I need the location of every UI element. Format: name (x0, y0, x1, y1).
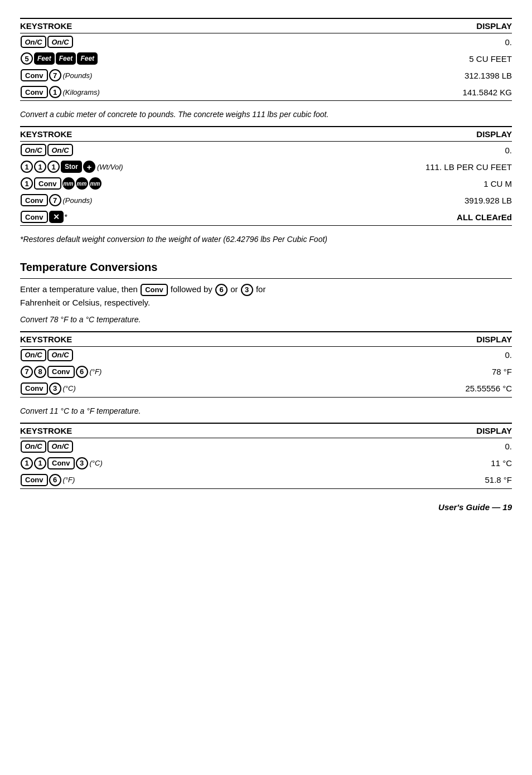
section-1: KEYSTROKE DISPLAY On/C On/C 0. 5 Feet Fe… (20, 18, 512, 120)
kd-rows-1: On/C On/C 0. 5 Feet Feet Feet 5 CU FEET (20, 33, 512, 101)
section-3: Temperature Conversions Enter a temperat… (20, 261, 512, 489)
display-label-4: DISPLAY (400, 426, 512, 435)
display-value: 141.5842 KG (463, 88, 512, 97)
mm-key-3: mm (89, 177, 101, 190)
kd-header-1: KEYSTROKE DISPLAY (20, 18, 512, 33)
keystroke-cell: Conv 6 (°F) (20, 473, 400, 487)
conv-key: Conv (21, 69, 48, 81)
display-cell: 0. (400, 146, 512, 155)
display-value: ALL CLEArEd (457, 212, 512, 222)
keystroke-label-1: KEYSTROKE (20, 21, 400, 31)
display-value: 312.1398 LB (465, 71, 512, 80)
num-3-key: 3 (49, 382, 61, 395)
display-cell: 1 CU M (400, 179, 512, 188)
display-value: 51.8 °F (485, 475, 512, 485)
keystroke-cell: Conv 7 (Pounds) (20, 193, 400, 207)
label-kilograms: (Kilograms) (63, 88, 100, 96)
feet-key-3: Feet (77, 52, 98, 65)
onc-key: On/C (47, 440, 73, 453)
table-row: Conv 6 (°F) 51.8 °F (20, 472, 512, 488)
display-value: 0. (505, 350, 512, 360)
display-value: 5 CU FEET (469, 54, 512, 64)
display-cell: 312.1398 LB (400, 71, 512, 80)
mm-key-1: mm (62, 177, 75, 190)
page-footer: User's Guide — 19 (20, 502, 512, 512)
table-row: On/C On/C 0. (20, 347, 512, 364)
num-3-key: 3 (241, 284, 253, 296)
display-cell: 51.8 °F (400, 475, 512, 485)
num-1-key: 1 (21, 457, 33, 469)
label-c2: (°C) (90, 459, 103, 467)
keystroke-cell: 1 1 1 Stor + (Wt/Vol) (20, 160, 400, 173)
onc-key: On/C (47, 144, 73, 156)
table-row: 1 Conv mm mm mm 1 CU M (20, 175, 512, 192)
conv-key-inline: Conv (141, 284, 168, 296)
kd-rows-3: On/C On/C 0. 7 8 Conv 6 (°F) 78 °F (20, 347, 512, 398)
kd-header-4: KEYSTROKE DISPLAY (20, 423, 512, 438)
onc-key-1: On/C (21, 36, 46, 48)
keystroke-cell: 7 8 Conv 6 (°F) (20, 365, 400, 379)
table-row: 1 1 Conv 3 (°C) 11 °C (20, 455, 512, 472)
keystroke-cell: Conv 1 (Kilograms) (20, 85, 400, 99)
display-cell: 5 CU FEET (400, 54, 512, 64)
kd-rows-4: On/C On/C 0. 1 1 Conv 3 (°C) 11 °C (20, 438, 512, 489)
x-key: ✕ (49, 211, 64, 223)
onc-key-2: On/C (47, 36, 73, 48)
kd-rows-2: On/C On/C 0. 1 1 1 Stor + (Wt/Vol) (20, 142, 512, 226)
keystroke-label-3: KEYSTROKE (20, 335, 400, 344)
note-text-1: Convert a cubic meter of concrete to pou… (20, 110, 328, 119)
onc-key: On/C (21, 440, 46, 453)
display-cell: ALL CLEArEd (400, 212, 512, 222)
section1-note: Convert a cubic meter of concrete to pou… (20, 109, 512, 120)
conv-key: Conv (47, 457, 75, 469)
display-value: 0. (505, 37, 512, 47)
section3-line (20, 278, 512, 279)
conv-key: Conv (21, 86, 48, 98)
keystroke-cell: 1 Conv mm mm mm (20, 177, 400, 190)
num-3-key: 3 (76, 457, 88, 469)
section3-italic-intro2: Convert 11 °C to a °F temperature. (20, 405, 512, 417)
table-row: Conv ✕ * ALL CLEArEd (20, 209, 512, 225)
onc-key: On/C (47, 349, 73, 361)
display-cell: 78 °F (400, 367, 512, 376)
mm-key-2: mm (76, 177, 88, 190)
display-value: 3919.928 LB (465, 196, 512, 205)
display-value: 0. (505, 146, 512, 155)
keystroke-cell: 1 1 Conv 3 (°C) (20, 457, 400, 470)
keystroke-cell: On/C On/C (20, 348, 400, 362)
num-7-key: 7 (49, 194, 61, 206)
display-cell: 0. (400, 442, 512, 451)
section3-italic-intro: Convert 78 °F to a °C temperature. (20, 314, 512, 326)
display-value: 1 CU M (483, 179, 512, 188)
kd-header-2: KEYSTROKE DISPLAY (20, 126, 512, 142)
conv-key: Conv (21, 474, 48, 486)
table-row: Conv 7 (Pounds) 3919.928 LB (20, 192, 512, 209)
italic-intro-text: Convert 78 °F to a °C temperature. (20, 315, 141, 324)
kd-block-3: KEYSTROKE DISPLAY On/C On/C 0. 7 8 Conv (20, 331, 512, 398)
conv-key: Conv (21, 211, 48, 223)
num-1-key: 1 (49, 86, 61, 98)
footer-text: User's Guide — 19 (438, 502, 512, 512)
section2-note: *Restores default weight conversion to t… (20, 234, 512, 245)
label-c: (°C) (63, 384, 76, 393)
table-row: On/C On/C 0. (20, 33, 512, 50)
keystroke-cell: On/C On/C (20, 440, 400, 453)
num-7-key: 7 (21, 366, 33, 378)
display-label-2: DISPLAY (400, 129, 512, 139)
num-5-key: 5 (21, 52, 33, 65)
label-f: (°F) (90, 367, 102, 376)
conv-key: Conv (21, 382, 48, 395)
num-1-key: 1 (21, 177, 33, 190)
section-2: KEYSTROKE DISPLAY On/C On/C 0. 1 1 1 (20, 126, 512, 245)
num-1-key: 1 (34, 161, 46, 173)
label-pounds: (Pounds) (63, 71, 93, 80)
kd-block-1: KEYSTROKE DISPLAY On/C On/C 0. 5 Feet Fe… (20, 18, 512, 101)
display-value: 0. (505, 442, 512, 451)
display-cell: 25.55556 °C (400, 384, 512, 393)
num-1-key: 1 (47, 161, 60, 173)
keystroke-label-2: KEYSTROKE (20, 129, 400, 139)
table-row: Conv 1 (Kilograms) 141.5842 KG (20, 84, 512, 100)
table-row: Conv 7 (Pounds) 312.1398 LB (20, 67, 512, 84)
kd-block-2: KEYSTROKE DISPLAY On/C On/C 0. 1 1 1 (20, 126, 512, 226)
display-label-1: DISPLAY (400, 21, 512, 31)
